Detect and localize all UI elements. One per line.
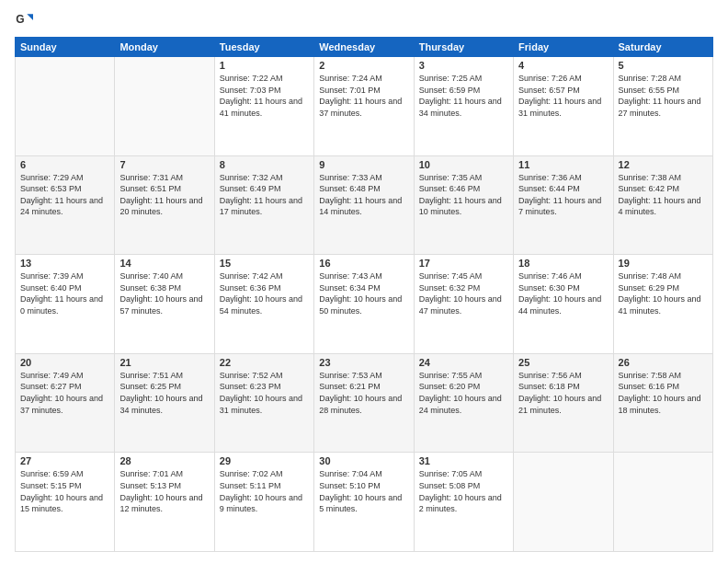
sunset-text: Sunset: 6:40 PM bbox=[20, 282, 109, 294]
calendar-cell: 2Sunrise: 7:24 AMSunset: 7:01 PMDaylight… bbox=[314, 57, 414, 156]
svg-text:G: G bbox=[16, 13, 24, 26]
day-header-tuesday: Tuesday bbox=[214, 38, 313, 57]
day-info: Sunrise: 7:26 AMSunset: 6:57 PMDaylight:… bbox=[518, 73, 608, 119]
calendar-cell: 11Sunrise: 7:36 AMSunset: 6:44 PMDayligh… bbox=[514, 155, 613, 255]
daylight-text: Daylight: 11 hours and 27 minutes. bbox=[619, 96, 708, 119]
daylight-text: Daylight: 10 hours and 2 minutes. bbox=[419, 492, 508, 515]
sunrise-text: Sunrise: 7:24 AM bbox=[319, 73, 408, 85]
day-number: 5 bbox=[619, 60, 708, 71]
sunrise-text: Sunrise: 6:59 AM bbox=[20, 468, 109, 480]
calendar-cell: 22Sunrise: 7:52 AMSunset: 6:23 PMDayligh… bbox=[214, 353, 313, 453]
sunset-text: Sunset: 7:01 PM bbox=[319, 85, 408, 97]
day-info: Sunrise: 7:40 AMSunset: 6:38 PMDaylight:… bbox=[119, 270, 209, 316]
sunset-text: Sunset: 6:25 PM bbox=[119, 381, 209, 393]
calendar-cell: 30Sunrise: 7:04 AMSunset: 5:10 PMDayligh… bbox=[314, 453, 414, 552]
calendar-cell: 21Sunrise: 7:51 AMSunset: 6:25 PMDayligh… bbox=[115, 353, 214, 453]
day-number: 16 bbox=[319, 258, 408, 269]
calendar-cell: 13Sunrise: 7:39 AMSunset: 6:40 PMDayligh… bbox=[16, 255, 115, 354]
calendar-cell: 20Sunrise: 7:49 AMSunset: 6:27 PMDayligh… bbox=[16, 353, 115, 453]
sunset-text: Sunset: 5:10 PM bbox=[319, 480, 408, 492]
sunset-text: Sunset: 6:48 PM bbox=[319, 183, 408, 195]
sunset-text: Sunset: 6:59 PM bbox=[419, 85, 508, 97]
day-info: Sunrise: 7:32 AMSunset: 6:49 PMDaylight:… bbox=[220, 172, 309, 218]
sunrise-text: Sunrise: 7:28 AM bbox=[619, 73, 708, 85]
sunset-text: Sunset: 6:57 PM bbox=[518, 85, 608, 97]
calendar-cell: 17Sunrise: 7:45 AMSunset: 6:32 PMDayligh… bbox=[414, 255, 513, 354]
day-info: Sunrise: 7:04 AMSunset: 5:10 PMDaylight:… bbox=[319, 468, 408, 514]
daylight-text: Daylight: 11 hours and 31 minutes. bbox=[518, 96, 608, 119]
sunrise-text: Sunrise: 7:31 AM bbox=[119, 172, 209, 184]
sunset-text: Sunset: 6:34 PM bbox=[319, 282, 408, 294]
daylight-text: Daylight: 11 hours and 14 minutes. bbox=[319, 195, 408, 218]
daylight-text: Daylight: 10 hours and 21 minutes. bbox=[518, 393, 608, 416]
calendar-table: SundayMondayTuesdayWednesdayThursdayFrid… bbox=[15, 37, 713, 552]
day-number: 18 bbox=[518, 258, 608, 269]
day-info: Sunrise: 7:25 AMSunset: 6:59 PMDaylight:… bbox=[419, 73, 508, 119]
sunset-text: Sunset: 6:36 PM bbox=[220, 282, 309, 294]
sunrise-text: Sunrise: 7:38 AM bbox=[619, 172, 708, 184]
day-number: 17 bbox=[419, 258, 508, 269]
sunset-text: Sunset: 7:03 PM bbox=[220, 85, 309, 97]
logo: G bbox=[15, 11, 37, 29]
sunrise-text: Sunrise: 7:49 AM bbox=[20, 370, 109, 382]
daylight-text: Daylight: 10 hours and 31 minutes. bbox=[220, 393, 309, 416]
calendar-cell bbox=[613, 453, 712, 552]
sunrise-text: Sunrise: 7:52 AM bbox=[220, 370, 309, 382]
day-number: 28 bbox=[119, 455, 209, 466]
daylight-text: Daylight: 11 hours and 17 minutes. bbox=[220, 195, 309, 218]
sunset-text: Sunset: 5:08 PM bbox=[419, 480, 508, 492]
sunrise-text: Sunrise: 7:40 AM bbox=[119, 270, 209, 282]
calendar-cell: 4Sunrise: 7:26 AMSunset: 6:57 PMDaylight… bbox=[514, 57, 613, 156]
calendar-cell: 14Sunrise: 7:40 AMSunset: 6:38 PMDayligh… bbox=[115, 255, 214, 354]
calendar-cell bbox=[16, 57, 115, 156]
sunset-text: Sunset: 6:49 PM bbox=[220, 183, 309, 195]
sunrise-text: Sunrise: 7:45 AM bbox=[419, 270, 508, 282]
day-number: 31 bbox=[419, 455, 508, 466]
day-number: 2 bbox=[319, 60, 408, 71]
daylight-text: Daylight: 10 hours and 37 minutes. bbox=[20, 393, 109, 416]
day-info: Sunrise: 7:02 AMSunset: 5:11 PMDaylight:… bbox=[220, 468, 309, 514]
daylight-text: Daylight: 11 hours and 41 minutes. bbox=[220, 96, 309, 119]
day-info: Sunrise: 7:22 AMSunset: 7:03 PMDaylight:… bbox=[220, 73, 309, 119]
calendar-cell bbox=[115, 57, 214, 156]
calendar-cell: 8Sunrise: 7:32 AMSunset: 6:49 PMDaylight… bbox=[214, 155, 313, 255]
day-number: 25 bbox=[518, 357, 608, 368]
sunset-text: Sunset: 6:38 PM bbox=[119, 282, 209, 294]
sunrise-text: Sunrise: 7:29 AM bbox=[20, 172, 109, 184]
calendar-cell: 18Sunrise: 7:46 AMSunset: 6:30 PMDayligh… bbox=[514, 255, 613, 354]
day-info: Sunrise: 7:48 AMSunset: 6:29 PMDaylight:… bbox=[619, 270, 708, 316]
day-info: Sunrise: 7:35 AMSunset: 6:46 PMDaylight:… bbox=[419, 172, 508, 218]
day-header-friday: Friday bbox=[514, 38, 613, 57]
sunrise-text: Sunrise: 7:25 AM bbox=[419, 73, 508, 85]
sunset-text: Sunset: 6:27 PM bbox=[20, 381, 109, 393]
sunrise-text: Sunrise: 7:35 AM bbox=[419, 172, 508, 184]
calendar-cell: 29Sunrise: 7:02 AMSunset: 5:11 PMDayligh… bbox=[214, 453, 313, 552]
sunrise-text: Sunrise: 7:39 AM bbox=[20, 270, 109, 282]
sunrise-text: Sunrise: 7:46 AM bbox=[518, 270, 608, 282]
sunset-text: Sunset: 5:15 PM bbox=[20, 480, 109, 492]
day-number: 29 bbox=[220, 455, 309, 466]
daylight-text: Daylight: 11 hours and 37 minutes. bbox=[319, 96, 408, 119]
sunrise-text: Sunrise: 7:02 AM bbox=[220, 468, 309, 480]
calendar-cell: 6Sunrise: 7:29 AMSunset: 6:53 PMDaylight… bbox=[16, 155, 115, 255]
day-info: Sunrise: 7:55 AMSunset: 6:20 PMDaylight:… bbox=[419, 370, 508, 416]
day-info: Sunrise: 7:36 AMSunset: 6:44 PMDaylight:… bbox=[518, 172, 608, 218]
day-info: Sunrise: 7:56 AMSunset: 6:18 PMDaylight:… bbox=[518, 370, 608, 416]
sunset-text: Sunset: 6:30 PM bbox=[518, 282, 608, 294]
sunrise-text: Sunrise: 7:22 AM bbox=[220, 73, 309, 85]
day-info: Sunrise: 7:28 AMSunset: 6:55 PMDaylight:… bbox=[619, 73, 708, 119]
day-number: 27 bbox=[20, 455, 109, 466]
day-info: Sunrise: 7:52 AMSunset: 6:23 PMDaylight:… bbox=[220, 370, 309, 416]
sunrise-text: Sunrise: 7:58 AM bbox=[619, 370, 708, 382]
calendar-cell: 3Sunrise: 7:25 AMSunset: 6:59 PMDaylight… bbox=[414, 57, 513, 156]
daylight-text: Daylight: 11 hours and 10 minutes. bbox=[419, 195, 508, 218]
sunrise-text: Sunrise: 7:32 AM bbox=[220, 172, 309, 184]
sunset-text: Sunset: 6:53 PM bbox=[20, 183, 109, 195]
sunrise-text: Sunrise: 7:55 AM bbox=[419, 370, 508, 382]
sunset-text: Sunset: 6:18 PM bbox=[518, 381, 608, 393]
day-info: Sunrise: 7:33 AMSunset: 6:48 PMDaylight:… bbox=[319, 172, 408, 218]
day-info: Sunrise: 6:59 AMSunset: 5:15 PMDaylight:… bbox=[20, 468, 109, 514]
calendar-week-row: 13Sunrise: 7:39 AMSunset: 6:40 PMDayligh… bbox=[16, 255, 713, 354]
daylight-text: Daylight: 10 hours and 24 minutes. bbox=[419, 393, 508, 416]
day-number: 24 bbox=[419, 357, 508, 368]
